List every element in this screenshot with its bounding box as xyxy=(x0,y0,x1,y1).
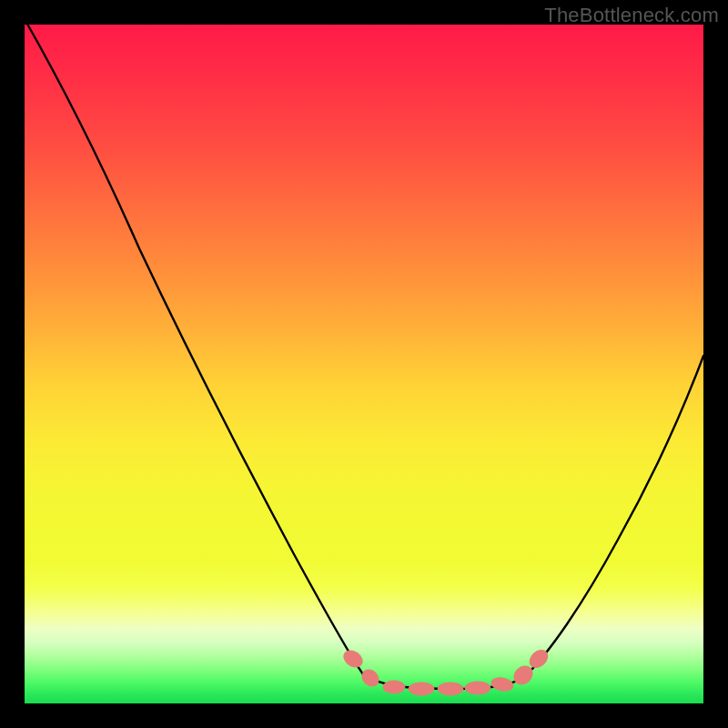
bottleneck-curve xyxy=(25,19,703,689)
chart-frame: TheBottleneck.com xyxy=(0,0,728,728)
highlight-markers xyxy=(340,647,551,695)
svg-point-4 xyxy=(438,682,463,695)
svg-point-6 xyxy=(490,676,514,693)
plot-area xyxy=(25,25,703,703)
curve-left-segment xyxy=(25,19,363,674)
curve-right-segment xyxy=(523,356,703,678)
svg-point-5 xyxy=(465,682,490,694)
svg-point-0 xyxy=(340,647,365,671)
svg-point-3 xyxy=(409,682,434,695)
svg-point-2 xyxy=(383,681,405,693)
svg-point-1 xyxy=(359,666,381,689)
chart-svg xyxy=(25,25,703,703)
watermark-text: TheBottleneck.com xyxy=(544,4,719,27)
